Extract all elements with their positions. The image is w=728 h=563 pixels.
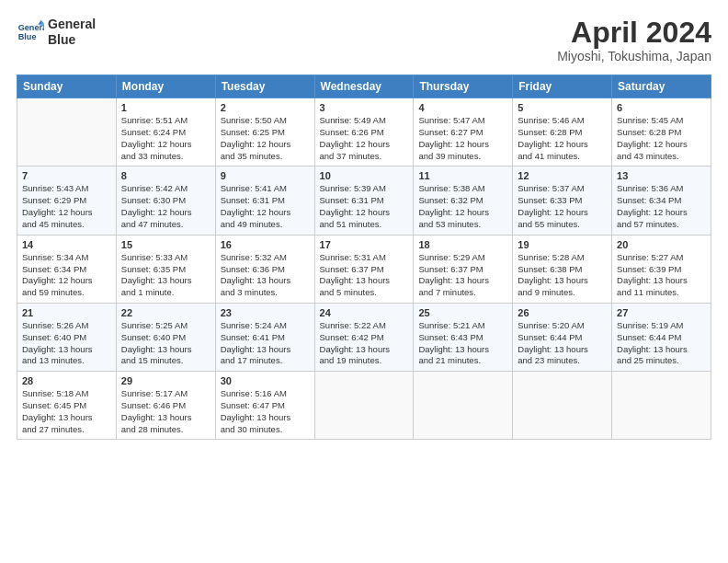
day-info: Sunrise: 5:37 AM Sunset: 6:33 PM Dayligh… <box>518 183 607 230</box>
calendar-cell: 25Sunrise: 5:21 AM Sunset: 6:43 PM Dayli… <box>414 303 513 371</box>
day-number: 24 <box>320 307 409 318</box>
day-number: 1 <box>121 102 210 113</box>
day-number: 16 <box>221 239 310 250</box>
day-number: 23 <box>221 307 310 318</box>
calendar-cell: 2Sunrise: 5:50 AM Sunset: 6:25 PM Daylig… <box>215 98 314 167</box>
calendar-cell: 20Sunrise: 5:27 AM Sunset: 6:39 PM Dayli… <box>612 235 711 303</box>
day-info: Sunrise: 5:38 AM Sunset: 6:32 PM Dayligh… <box>418 183 507 230</box>
day-info: Sunrise: 5:33 AM Sunset: 6:35 PM Dayligh… <box>121 252 210 299</box>
day-info: Sunrise: 5:39 AM Sunset: 6:31 PM Dayligh… <box>320 183 409 230</box>
calendar-cell: 8Sunrise: 5:42 AM Sunset: 6:30 PM Daylig… <box>116 167 215 235</box>
day-info: Sunrise: 5:45 AM Sunset: 6:28 PM Dayligh… <box>617 115 706 162</box>
day-number: 28 <box>22 375 111 386</box>
day-info: Sunrise: 5:47 AM Sunset: 6:27 PM Dayligh… <box>418 115 507 162</box>
weekday-header: Thursday <box>414 75 513 98</box>
calendar-cell: 4Sunrise: 5:47 AM Sunset: 6:27 PM Daylig… <box>414 98 513 167</box>
calendar-cell: 5Sunrise: 5:46 AM Sunset: 6:28 PM Daylig… <box>513 98 612 167</box>
location: Miyoshi, Tokushima, Japan <box>557 49 711 63</box>
day-number: 3 <box>320 102 409 113</box>
calendar-cell <box>612 372 711 440</box>
day-number: 17 <box>320 239 409 250</box>
calendar-cell: 6Sunrise: 5:45 AM Sunset: 6:28 PM Daylig… <box>612 98 711 167</box>
day-number: 19 <box>518 239 607 250</box>
calendar-cell <box>17 98 117 167</box>
day-info: Sunrise: 5:21 AM Sunset: 6:43 PM Dayligh… <box>418 320 507 367</box>
day-number: 29 <box>121 375 210 386</box>
calendar-cell: 26Sunrise: 5:20 AM Sunset: 6:44 PM Dayli… <box>513 303 612 371</box>
day-number: 27 <box>617 307 706 318</box>
logo-text: General Blue <box>48 17 96 48</box>
calendar-week-row: 14Sunrise: 5:34 AM Sunset: 6:34 PM Dayli… <box>17 235 711 303</box>
logo-icon: General Blue <box>17 18 44 46</box>
day-number: 11 <box>418 170 507 181</box>
calendar-cell <box>414 372 513 440</box>
calendar-cell: 12Sunrise: 5:37 AM Sunset: 6:33 PM Dayli… <box>513 167 612 235</box>
calendar-cell: 1Sunrise: 5:51 AM Sunset: 6:24 PM Daylig… <box>116 98 215 167</box>
calendar-week-row: 21Sunrise: 5:26 AM Sunset: 6:40 PM Dayli… <box>17 303 711 371</box>
weekday-header: Monday <box>116 75 215 98</box>
day-number: 8 <box>121 170 210 181</box>
day-info: Sunrise: 5:28 AM Sunset: 6:38 PM Dayligh… <box>518 252 607 299</box>
day-info: Sunrise: 5:46 AM Sunset: 6:28 PM Dayligh… <box>518 115 607 162</box>
calendar-table: SundayMondayTuesdayWednesdayThursdayFrid… <box>17 75 711 440</box>
calendar-cell: 29Sunrise: 5:17 AM Sunset: 6:46 PM Dayli… <box>116 372 215 440</box>
day-number: 7 <box>22 170 111 181</box>
calendar-week-row: 7Sunrise: 5:43 AM Sunset: 6:29 PM Daylig… <box>17 167 711 235</box>
weekday-row: SundayMondayTuesdayWednesdayThursdayFrid… <box>17 75 711 98</box>
calendar-cell: 30Sunrise: 5:16 AM Sunset: 6:47 PM Dayli… <box>215 372 314 440</box>
calendar-cell: 7Sunrise: 5:43 AM Sunset: 6:29 PM Daylig… <box>17 167 117 235</box>
day-info: Sunrise: 5:20 AM Sunset: 6:44 PM Dayligh… <box>518 320 607 367</box>
calendar-cell: 27Sunrise: 5:19 AM Sunset: 6:44 PM Dayli… <box>612 303 711 371</box>
calendar-container: General Blue General Blue April 2024 Miy… <box>0 0 728 563</box>
day-number: 9 <box>221 170 310 181</box>
day-info: Sunrise: 5:18 AM Sunset: 6:45 PM Dayligh… <box>22 388 111 435</box>
weekday-header: Sunday <box>17 75 117 98</box>
day-info: Sunrise: 5:24 AM Sunset: 6:41 PM Dayligh… <box>221 320 310 367</box>
calendar-header: SundayMondayTuesdayWednesdayThursdayFrid… <box>17 75 711 98</box>
day-number: 18 <box>418 239 507 250</box>
day-number: 30 <box>221 375 310 386</box>
calendar-cell: 11Sunrise: 5:38 AM Sunset: 6:32 PM Dayli… <box>414 167 513 235</box>
calendar-cell: 24Sunrise: 5:22 AM Sunset: 6:42 PM Dayli… <box>314 303 414 371</box>
day-info: Sunrise: 5:42 AM Sunset: 6:30 PM Dayligh… <box>121 183 210 230</box>
logo-line2: Blue <box>48 32 96 48</box>
day-info: Sunrise: 5:19 AM Sunset: 6:44 PM Dayligh… <box>617 320 706 367</box>
day-info: Sunrise: 5:29 AM Sunset: 6:37 PM Dayligh… <box>418 252 507 299</box>
day-info: Sunrise: 5:27 AM Sunset: 6:39 PM Dayligh… <box>617 252 706 299</box>
day-info: Sunrise: 5:25 AM Sunset: 6:40 PM Dayligh… <box>121 320 210 367</box>
day-number: 22 <box>121 307 210 318</box>
calendar-cell: 13Sunrise: 5:36 AM Sunset: 6:34 PM Dayli… <box>612 167 711 235</box>
calendar-cell: 28Sunrise: 5:18 AM Sunset: 6:45 PM Dayli… <box>17 372 117 440</box>
calendar-cell: 18Sunrise: 5:29 AM Sunset: 6:37 PM Dayli… <box>414 235 513 303</box>
day-info: Sunrise: 5:51 AM Sunset: 6:24 PM Dayligh… <box>121 115 210 162</box>
logo-line1: General <box>48 17 96 32</box>
calendar-cell: 23Sunrise: 5:24 AM Sunset: 6:41 PM Dayli… <box>215 303 314 371</box>
calendar-cell: 21Sunrise: 5:26 AM Sunset: 6:40 PM Dayli… <box>17 303 117 371</box>
calendar-cell: 3Sunrise: 5:49 AM Sunset: 6:26 PM Daylig… <box>314 98 414 167</box>
day-number: 15 <box>121 239 210 250</box>
day-number: 14 <box>22 239 111 250</box>
day-info: Sunrise: 5:26 AM Sunset: 6:40 PM Dayligh… <box>22 320 111 367</box>
calendar-cell <box>513 372 612 440</box>
calendar-cell <box>314 372 414 440</box>
day-info: Sunrise: 5:17 AM Sunset: 6:46 PM Dayligh… <box>121 388 210 435</box>
day-number: 13 <box>617 170 706 181</box>
calendar-week-row: 28Sunrise: 5:18 AM Sunset: 6:45 PM Dayli… <box>17 372 711 440</box>
day-number: 20 <box>617 239 706 250</box>
day-info: Sunrise: 5:50 AM Sunset: 6:25 PM Dayligh… <box>221 115 310 162</box>
calendar-cell: 14Sunrise: 5:34 AM Sunset: 6:34 PM Dayli… <box>17 235 117 303</box>
day-number: 2 <box>221 102 310 113</box>
day-info: Sunrise: 5:22 AM Sunset: 6:42 PM Dayligh… <box>320 320 409 367</box>
day-number: 21 <box>22 307 111 318</box>
day-info: Sunrise: 5:41 AM Sunset: 6:31 PM Dayligh… <box>221 183 310 230</box>
day-info: Sunrise: 5:16 AM Sunset: 6:47 PM Dayligh… <box>221 388 310 435</box>
calendar-cell: 15Sunrise: 5:33 AM Sunset: 6:35 PM Dayli… <box>116 235 215 303</box>
calendar-body: 1Sunrise: 5:51 AM Sunset: 6:24 PM Daylig… <box>17 98 711 440</box>
title-block: April 2024 Miyoshi, Tokushima, Japan <box>557 17 711 63</box>
calendar-cell: 10Sunrise: 5:39 AM Sunset: 6:31 PM Dayli… <box>314 167 414 235</box>
weekday-header: Saturday <box>612 75 711 98</box>
calendar-week-row: 1Sunrise: 5:51 AM Sunset: 6:24 PM Daylig… <box>17 98 711 167</box>
calendar-cell: 17Sunrise: 5:31 AM Sunset: 6:37 PM Dayli… <box>314 235 414 303</box>
svg-text:Blue: Blue <box>18 32 37 41</box>
calendar-cell: 19Sunrise: 5:28 AM Sunset: 6:38 PM Dayli… <box>513 235 612 303</box>
